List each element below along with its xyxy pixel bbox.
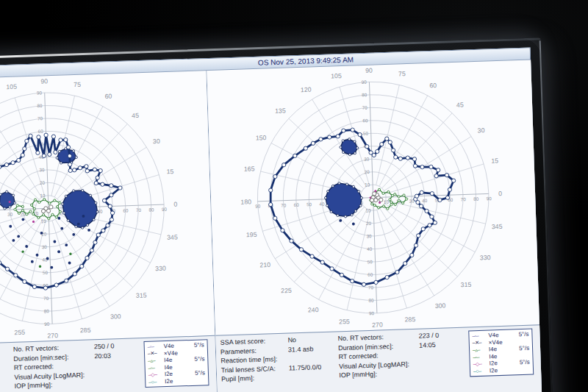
- svg-text:90: 90: [255, 203, 261, 208]
- svg-text:45: 45: [456, 101, 464, 108]
- info-value: No: [287, 336, 296, 343]
- pupil-row: Pupil [mm]:: [221, 372, 334, 383]
- info-label: Reaction time [ms]:: [220, 355, 288, 365]
- isopter-marker-icon: –▫–: [472, 333, 486, 339]
- legend-label: I2e: [489, 360, 497, 366]
- svg-text:30: 30: [364, 156, 370, 161]
- info-label: Trial lenses S/C/A:: [221, 364, 289, 374]
- svg-text:0: 0: [173, 201, 177, 208]
- svg-text:60: 60: [37, 129, 43, 134]
- info-value: 250 / 0: [94, 342, 115, 350]
- svg-text:270: 270: [47, 332, 58, 339]
- svg-text:60: 60: [362, 118, 368, 123]
- isopter-marker-icon: –○–: [473, 368, 487, 374]
- svg-text:345: 345: [492, 223, 503, 230]
- legend-label: I2e: [165, 378, 173, 385]
- info-left-col2: No. RT vectors:250 / 0 Duration [min:sec…: [13, 341, 140, 390]
- info-value: 20:03: [94, 352, 111, 360]
- isopter-marker-icon: –◇–: [148, 371, 162, 378]
- svg-text:40: 40: [319, 202, 325, 207]
- svg-text:80: 80: [362, 92, 368, 97]
- svg-text:50: 50: [43, 270, 49, 275]
- legend-label: V4e: [163, 343, 174, 349]
- svg-text:90: 90: [486, 196, 492, 201]
- isopter-marker-icon: –◇–: [473, 360, 487, 367]
- svg-text:80: 80: [473, 196, 479, 202]
- svg-text:75: 75: [398, 70, 406, 77]
- polar-plot-left: 0153045607590105120135150165180195210225…: [0, 71, 215, 346]
- svg-text:20: 20: [40, 180, 46, 185]
- svg-text:70: 70: [281, 202, 287, 207]
- svg-text:300: 300: [110, 313, 121, 320]
- svg-text:330: 330: [480, 254, 491, 261]
- legend-label: ×V4e: [164, 349, 178, 357]
- exam-title: OS Nov 25, 2013 9:49:25 AM: [258, 54, 354, 68]
- svg-text:60: 60: [293, 202, 299, 207]
- isopter-marker-icon: –▵–: [148, 357, 162, 364]
- isopter-marker-icon: –○–: [148, 379, 162, 385]
- svg-text:70: 70: [461, 196, 467, 202]
- legend-row: –○–I2e: [473, 366, 530, 374]
- isopter-marker-icon: –▫–: [473, 354, 487, 360]
- iop-row: IOP [mmHg]:: [339, 368, 464, 379]
- svg-text:10: 10: [384, 199, 390, 204]
- svg-text:315: 315: [136, 291, 147, 299]
- info-row: [0, 346, 7, 349]
- svg-text:70: 70: [37, 115, 43, 121]
- svg-text:50: 50: [306, 202, 312, 207]
- svg-text:90: 90: [37, 90, 43, 95]
- legend-label: I4e: [164, 364, 172, 371]
- svg-text:80: 80: [148, 207, 154, 212]
- info-label: Pupil [mm]:: [221, 374, 289, 383]
- isopter-marker-icon: –▫–: [148, 344, 162, 350]
- svg-text:30: 30: [478, 126, 485, 134]
- svg-text:105: 105: [331, 72, 342, 79]
- svg-text:90: 90: [40, 77, 48, 85]
- svg-text:10: 10: [365, 207, 371, 213]
- info-row: [0, 348, 7, 352]
- svg-text:255: 255: [339, 318, 350, 325]
- info-label: IOP [mmHg]:: [15, 379, 96, 390]
- polar-plot-right: 0153045607590105120135150165180195210225…: [207, 60, 539, 335]
- svg-text:50: 50: [368, 259, 373, 264]
- svg-text:30: 30: [7, 212, 13, 217]
- svg-text:150: 150: [256, 134, 267, 141]
- svg-text:30: 30: [42, 244, 48, 249]
- isopter-marker-icon: –▵–: [473, 346, 487, 353]
- info-label: No. RT vectors:: [13, 343, 94, 353]
- info-label: Parameters:: [220, 346, 288, 355]
- isopter-marker-icon: –▫–: [148, 365, 162, 371]
- info-value: 31.4 asb: [288, 345, 314, 353]
- info-label: Visual Acuity [LogMAR]:: [339, 360, 420, 370]
- svg-text:180: 180: [240, 198, 251, 205]
- info-value: 14:05: [419, 341, 436, 349]
- legend-label: I4e: [489, 346, 497, 352]
- info-label: RT corrected:: [338, 351, 419, 361]
- svg-text:90: 90: [369, 310, 375, 316]
- svg-text:345: 345: [167, 233, 178, 240]
- svg-text:30: 30: [153, 138, 160, 145]
- svg-text:15: 15: [491, 157, 498, 164]
- photo-scene: OS Nov 25, 2013 9:49:25 AM 0153045607590…: [0, 0, 588, 392]
- svg-text:10: 10: [40, 193, 46, 198]
- svg-text:60: 60: [123, 207, 129, 213]
- svg-text:80: 80: [37, 103, 43, 108]
- legend-label: I4e: [489, 353, 497, 360]
- perimetry-chart-left: 0153045607590105120135150165180195210225…: [0, 71, 215, 346]
- svg-text:20: 20: [365, 169, 370, 174]
- info-right-col2: No. RT vectors:223 / 0 Duration [min:sec…: [338, 331, 465, 379]
- svg-text:330: 330: [155, 265, 166, 272]
- legend-speed: 5°/s: [194, 342, 204, 349]
- svg-text:75: 75: [74, 81, 81, 88]
- svg-text:240: 240: [308, 306, 319, 313]
- svg-text:90: 90: [44, 321, 50, 327]
- iop-row: IOP [mmHg]:: [15, 378, 140, 390]
- exam-panels: 0153045607590105120135150165180195210225…: [0, 60, 542, 392]
- svg-text:70: 70: [368, 285, 374, 290]
- svg-text:60: 60: [429, 82, 437, 89]
- legend-speed: 5°/s: [519, 345, 529, 352]
- svg-text:20: 20: [366, 221, 372, 226]
- svg-text:300: 300: [435, 302, 446, 309]
- isopter-marker-icon: –✕–: [148, 351, 162, 357]
- panel-previous-exam: 0153045607590105120135150165180195210225…: [0, 71, 219, 392]
